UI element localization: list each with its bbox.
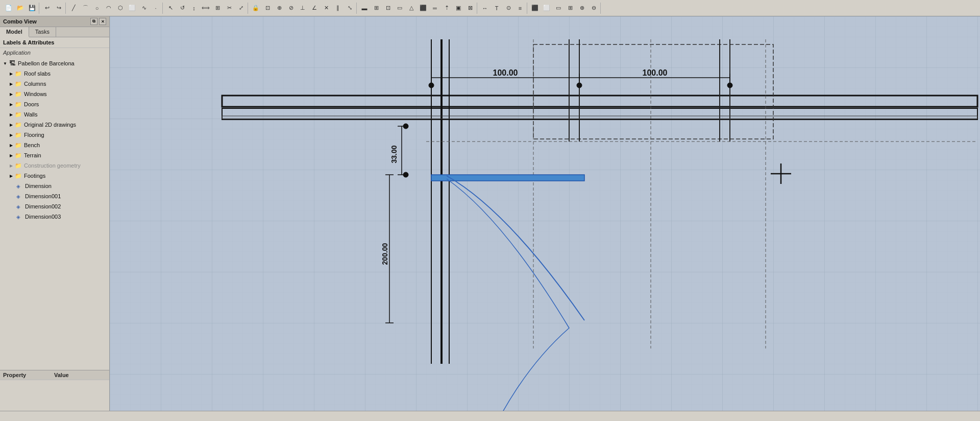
toolbar-offset[interactable]: ⊞ [212, 3, 223, 14]
tree-item-arrow [8, 203, 14, 209]
combo-view-header: Combo View ⧉ ✕ [0, 16, 109, 27]
tree-item-construction-geometry[interactable]: 📁 Construction geometry [0, 160, 109, 171]
tree-item-label: Dimension002 [25, 203, 61, 209]
toolbar-rotate[interactable]: ↺ [177, 3, 188, 14]
toolbar-point[interactable]: · [150, 3, 161, 14]
toolbar-open[interactable]: 📂 [15, 3, 26, 14]
tree-item-dimension001[interactable]: ◈ Dimension001 [0, 191, 109, 201]
tree-item-label: Dimension001 [25, 193, 61, 199]
toolbar-wire[interactable]: ⌒ [80, 3, 91, 14]
toolbar-equipment[interactable]: ⊠ [464, 3, 476, 14]
svg-point-21 [577, 83, 582, 88]
left-panel: Combo View ⧉ ✕ Model Tasks Labels & Attr… [0, 16, 110, 411]
toolbar-scale[interactable]: ↕ [188, 3, 200, 14]
toolbar-zoom-fit[interactable]: ⊞ [565, 3, 576, 14]
tree-root[interactable]: 🏗 Pabellon de Barcelona [0, 58, 109, 68]
toolbar-undo[interactable]: ↩ [41, 3, 53, 14]
main-area: Combo View ⧉ ✕ Model Tasks Labels & Attr… [0, 16, 980, 411]
tree-item-label: Terrain [24, 152, 41, 158]
toolbar-arc[interactable]: ◠ [103, 3, 114, 14]
toolbar-bspline[interactable]: ∿ [138, 3, 150, 14]
tree-item-label: Roof slabs [24, 71, 51, 77]
tree-item-label: Bench [24, 142, 40, 148]
dim-icon: ◈ [14, 202, 22, 211]
tree-item-roof-slabs[interactable]: Roof slabs [0, 68, 109, 79]
combo-view-float-btn[interactable]: ⧉ [90, 18, 97, 25]
tree-item-bench[interactable]: Bench [0, 140, 109, 150]
toolbar-panel[interactable]: ▣ [453, 3, 464, 14]
tree-item-label: Footings [24, 173, 45, 179]
toolbar-wall[interactable]: ▬ [359, 3, 370, 14]
toolbar-door[interactable]: ⊡ [382, 3, 394, 14]
tab-model[interactable]: Model [0, 27, 29, 37]
toolbar-snap-near[interactable]: ⊘ [285, 3, 297, 14]
canvas-svg: 100.00 100.00 33.00 200.00 [110, 16, 980, 411]
tree-item-terrain[interactable]: Terrain [0, 150, 109, 160]
folder-icon [14, 90, 22, 98]
tree-item-dimension002[interactable]: ◈ Dimension002 [0, 201, 109, 212]
toolbar-beam[interactable]: ═ [429, 3, 440, 14]
tree-item-footings[interactable]: Footings [0, 171, 109, 181]
toolbar-section[interactable]: ⊙ [503, 3, 514, 14]
application-label: Application [0, 48, 109, 57]
toolbar-extend[interactable]: ⤢ [235, 3, 247, 14]
toolbar-move[interactable]: ↖ [165, 3, 176, 14]
toolbar-floor[interactable]: ▭ [394, 3, 405, 14]
toolbar-redo[interactable]: ↪ [53, 3, 64, 14]
toolbar-roof[interactable]: △ [406, 3, 417, 14]
tree-item-doors[interactable]: Doors [0, 99, 109, 109]
toolbar-group-snap: 🔒 ⊡ ⊕ ⊘ ⊥ ∠ ✕ ∥ ⤡ [249, 3, 357, 14]
toolbar-snap-int[interactable]: ✕ [321, 3, 332, 14]
tree-item-arrow [8, 152, 14, 158]
toolbar-group-file: 📄 📂 💾 [2, 3, 39, 14]
toolbar-snap-perp[interactable]: ⊥ [297, 3, 308, 14]
toolbar-snap-par[interactable]: ∥ [332, 3, 344, 14]
tree-item-dimension[interactable]: ◈ Dimension [0, 181, 109, 191]
toolbar-zoom-in[interactable]: ⊕ [576, 3, 587, 14]
toolbar-rect[interactable]: ⬜ [127, 3, 138, 14]
toolbar-group-edit: ↩ ↪ [40, 3, 66, 14]
toolbar-polygon[interactable]: ⬡ [115, 3, 126, 14]
toolbar-column[interactable]: ⬛ [418, 3, 429, 14]
tree-item-arrow [8, 162, 14, 169]
toolbar-snap-end[interactable]: ⊕ [274, 3, 285, 14]
tree-item-walls[interactable]: Walls [0, 109, 109, 120]
tree-item-original-drawings[interactable]: Original 2D drawings [0, 120, 109, 130]
tree-root-label: Pabellon de Barcelona [18, 60, 75, 66]
toolbar-trim[interactable]: ✂ [224, 3, 235, 14]
toolbar-schedule[interactable]: ≡ [514, 3, 526, 14]
toolbar-line[interactable]: ╱ [68, 3, 79, 14]
toolbar-circle[interactable]: ○ [91, 3, 103, 14]
toolbar-window[interactable]: ⊞ [371, 3, 382, 14]
tree-item-label: Columns [24, 81, 46, 87]
combo-view-close-btn[interactable]: ✕ [99, 18, 106, 25]
tree-item-arrow [8, 81, 14, 87]
toolbar-view-plan[interactable]: ⬜ [541, 3, 552, 14]
toolbar-group-modify: ↖ ↺ ↕ ⟺ ⊞ ✂ ⤢ [164, 3, 248, 14]
prop-col-property: Property [3, 372, 54, 378]
toolbar-snap-ext[interactable]: ⤡ [344, 3, 355, 14]
toolbar-snap-angle[interactable]: ∠ [309, 3, 320, 14]
toolbar-stairs[interactable]: ⇡ [441, 3, 452, 14]
tree-item-dimension003[interactable]: ◈ Dimension003 [0, 212, 109, 222]
canvas-area[interactable]: 100.00 100.00 33.00 200.00 [110, 16, 980, 411]
tab-tasks[interactable]: Tasks [29, 27, 56, 37]
toolbar-mirror[interactable]: ⟺ [200, 3, 211, 14]
tree-item-flooring[interactable]: Flooring [0, 130, 109, 140]
toolbar-view-elev[interactable]: ▭ [553, 3, 564, 14]
toolbar-new[interactable]: 📄 [3, 3, 14, 14]
tree-item-windows[interactable]: Windows [0, 89, 109, 99]
toolbar-dim[interactable]: ↔ [479, 3, 491, 14]
toolbar-snap-lock[interactable]: 🔒 [250, 3, 261, 14]
tree-item-label: Walls [24, 111, 37, 118]
properties-header: Property Value [0, 370, 109, 380]
tree-item-columns[interactable]: Columns [0, 79, 109, 89]
toolbar-view-3d[interactable]: ⬛ [529, 3, 541, 14]
toolbar-zoom-out[interactable]: ⊖ [588, 3, 599, 14]
tree-item-arrow [8, 142, 14, 148]
tree-root-arrow [2, 60, 8, 66]
toolbar-save[interactable]: 💾 [27, 3, 38, 14]
svg-text:100.00: 100.00 [493, 68, 518, 77]
toolbar-text[interactable]: T [491, 3, 502, 14]
toolbar-snap-mid[interactable]: ⊡ [262, 3, 273, 14]
